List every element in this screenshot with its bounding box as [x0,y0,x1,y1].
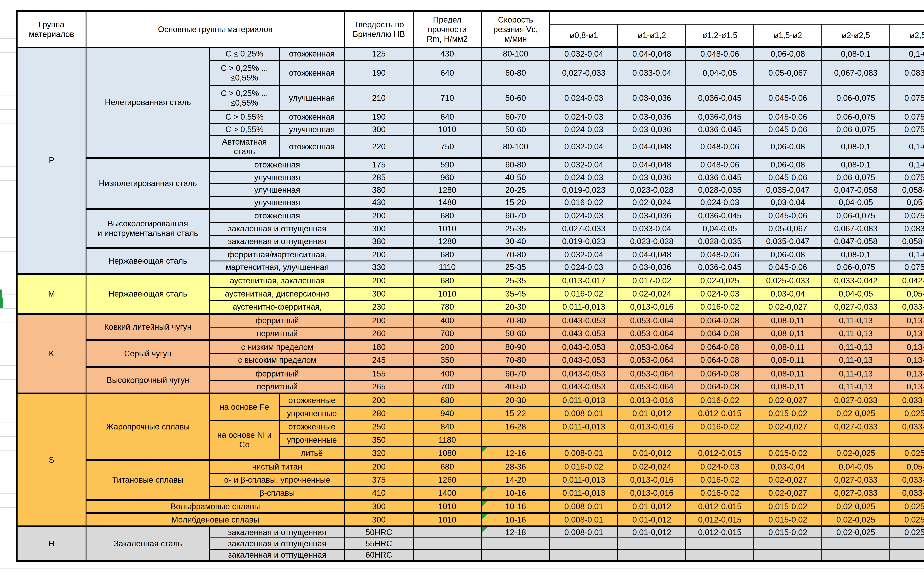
cell[interactable]: 0,033-0,053 [890,487,924,500]
cell[interactable]: 1010 [413,222,481,235]
cell[interactable]: β-сплавы [210,487,344,500]
cell[interactable] [822,433,890,447]
cell[interactable]: 25-35 [481,222,550,235]
cell[interactable]: 0,04-0,05 [686,222,754,235]
cell[interactable] [618,549,686,561]
cell[interactable]: 0,1-0,16 [890,248,924,261]
cell[interactable]: 0,05-0,08 [890,196,924,209]
cell[interactable]: 0,02-0,024 [618,460,686,473]
cell[interactable]: 0,04-0,05 [686,61,754,85]
cell[interactable]: Нержавеющая сталь [86,248,210,274]
cell[interactable] [686,549,754,561]
cell[interactable]: 0,075-0,12 [890,209,924,222]
cell[interactable]: 0,011-0,013 [550,487,618,500]
cell[interactable]: 0,033-0,053 [890,473,924,487]
cell[interactable]: 0,012-0,015 [686,407,754,420]
cell[interactable]: ферритный [210,367,344,380]
cell[interactable]: C > 0,25% ... ≤0,55% [210,61,279,85]
cell[interactable]: закаленная и отпущенная [210,549,344,561]
cell[interactable]: 0,024-0,03 [686,287,754,300]
cell[interactable]: улучшенная [279,85,344,110]
cell[interactable]: S [17,393,86,526]
cell[interactable]: 0,015-0,02 [754,407,822,420]
cell[interactable] [413,526,481,538]
cell[interactable]: 1110 [413,261,481,274]
cell[interactable]: 0,04-0,05 [822,287,890,300]
cell[interactable]: 0,011-0,013 [550,420,618,433]
cell[interactable]: 220 [344,136,413,158]
cell[interactable]: 0,042-0,067 [890,274,924,287]
cell[interactable]: 60HRC [344,549,413,561]
cell[interactable]: 30-40 [481,235,550,248]
cell[interactable]: 70-80 [481,354,550,367]
cell[interactable]: 0,03-0,04 [754,460,822,473]
cell[interactable]: 0,036-0,045 [686,171,754,184]
cell[interactable]: улучшенная [210,184,344,196]
cell[interactable]: 1280 [413,184,481,196]
cell[interactable]: 40-50 [481,380,550,393]
cell[interactable]: 0,06-0,08 [754,248,822,261]
cell[interactable]: 0,06-0,08 [754,47,822,61]
cell-flagged[interactable]: 12-16 [481,447,550,460]
cell[interactable]: 0,033-0,04 [618,222,686,235]
cell[interactable]: 0,06-0,075 [822,209,890,222]
cell[interactable]: 0,075-0,12 [890,171,924,184]
header-material-group[interactable]: Группа материалов [17,11,86,47]
cell[interactable]: 0,023-0,028 [618,235,686,248]
cell[interactable]: 0,015-0,02 [754,447,822,460]
cell[interactable]: 0,027-0,033 [822,473,890,487]
cell[interactable]: 350 [413,354,481,367]
cell[interactable]: 0,016-0,02 [550,196,618,209]
cell[interactable]: 1010 [413,287,481,300]
cell[interactable]: 0,027-0,033 [550,61,618,85]
cell[interactable]: 0,025-0,04 [890,407,924,420]
cell[interactable]: 0,053-0,064 [618,314,686,327]
cell[interactable]: улучшенная [279,123,344,136]
cell[interactable]: 0,08-0,11 [754,340,822,354]
cell[interactable]: 0,043-0,053 [550,367,618,380]
cell[interactable] [481,433,550,447]
cell[interactable]: 0,03-0,036 [618,209,686,222]
cell[interactable]: 285 [344,171,413,184]
cell[interactable]: 20-30 [481,393,550,407]
cell[interactable]: 0,016-0,02 [686,393,754,407]
cell-flagged[interactable]: 10-16 [481,513,550,526]
cell[interactable]: отожженная [279,61,344,85]
cell[interactable]: 0,012-0,015 [686,526,754,538]
cell[interactable] [618,538,686,549]
cell[interactable]: 0,028-0,035 [686,235,754,248]
cell[interactable] [550,433,618,447]
cell[interactable]: 0,05-0,08 [890,287,924,300]
header-feed[interactable]: Подача Fn, мм/об [550,11,924,24]
cell[interactable]: 0,011-0,013 [550,393,618,407]
cell[interactable]: ферритный [210,314,344,327]
cell[interactable]: 0,047-0,058 [822,235,890,248]
cell[interactable]: 300 [344,123,413,136]
cell[interactable]: 0,06-0,075 [822,171,890,184]
cell[interactable]: 0,01-0,012 [618,526,686,538]
cell[interactable]: C > 0,55% [210,123,279,136]
cell[interactable]: Автоматная сталь [210,136,279,158]
cell[interactable]: 0,045-0,06 [754,171,822,184]
cell[interactable]: отожженные [279,420,344,433]
cell[interactable]: 0,045-0,06 [754,123,822,136]
cell[interactable]: 375 [344,473,413,487]
cell[interactable]: 0,024-0,03 [686,460,754,473]
cell[interactable]: 0,064-0,08 [686,327,754,340]
cell[interactable]: 0,11-0,13 [822,367,890,380]
cell[interactable]: отожженная [210,158,344,171]
cell[interactable]: с низким пределом [210,340,344,354]
cell[interactable]: 0,011-0,013 [550,300,618,314]
cell-flagged[interactable]: 10-16 [481,487,550,500]
cell[interactable]: 0,033-0,053 [890,420,924,433]
cell[interactable]: K [17,314,86,393]
cell[interactable] [550,549,618,561]
cell[interactable]: 0,075-0,12 [890,261,924,274]
cell[interactable] [686,538,754,549]
cell[interactable]: 0,053-0,064 [618,354,686,367]
cell[interactable]: перлитный [210,380,344,393]
cell[interactable]: 0,064-0,08 [686,380,754,393]
cell[interactable] [481,538,550,549]
cell[interactable]: 0,06-0,075 [822,110,890,123]
cell[interactable]: 0,024-0,03 [550,261,618,274]
